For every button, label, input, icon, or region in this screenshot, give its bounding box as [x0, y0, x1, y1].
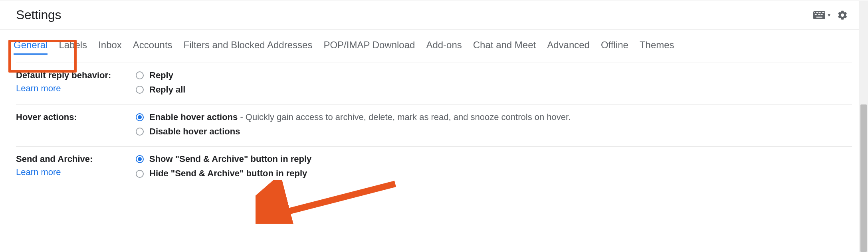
settings-content: Default reply behavior: Learn more Reply… — [0, 63, 868, 189]
option-hide-send-archive[interactable]: Hide "Send & Archive" button in reply — [136, 167, 852, 180]
radio-button[interactable] — [136, 71, 144, 79]
learn-more-link[interactable]: Learn more — [16, 165, 136, 179]
page-title: Settings — [16, 8, 61, 22]
setting-label: Hover actions: — [16, 110, 136, 124]
tab-offline[interactable]: Offline — [595, 35, 634, 58]
radio-button[interactable] — [136, 113, 144, 121]
svg-rect-4 — [819, 12, 820, 13]
tab-accounts[interactable]: Accounts — [127, 35, 178, 58]
tab-inbox[interactable]: Inbox — [93, 35, 127, 58]
radio-button[interactable] — [136, 155, 144, 163]
option-enable-hover[interactable]: Enable hover actions - Quickly gain acce… — [136, 110, 852, 124]
header-bar: Settings ▼ — [0, 0, 868, 30]
tab-chat-meet[interactable]: Chat and Meet — [468, 35, 541, 58]
option-disable-hover[interactable]: Disable hover actions — [136, 125, 852, 138]
settings-tabs: General Labels Inbox Accounts Filters an… — [8, 30, 860, 58]
svg-rect-3 — [817, 12, 818, 13]
svg-rect-10 — [818, 14, 819, 15]
setting-row-hover-actions: Hover actions: Enable hover actions - Qu… — [16, 104, 852, 146]
tab-themes[interactable]: Themes — [634, 35, 680, 58]
option-label: Reply — [149, 69, 173, 82]
learn-more-link[interactable]: Learn more — [16, 82, 136, 95]
option-reply[interactable]: Reply — [136, 69, 852, 82]
tab-filters[interactable]: Filters and Blocked Addresses — [178, 35, 318, 58]
tabs-container: General Labels Inbox Accounts Filters an… — [0, 30, 868, 58]
option-label: Show "Send & Archive" button in reply — [149, 152, 311, 166]
option-label: Enable hover actions — [149, 112, 238, 122]
option-label: Reply all — [149, 83, 185, 96]
tab-labels[interactable]: Labels — [53, 35, 93, 58]
setting-row-send-archive: Send and Archive: Learn more Show "Send … — [16, 146, 852, 188]
setting-label: Default reply behavior: — [16, 69, 136, 82]
radio-button[interactable] — [136, 128, 144, 136]
tab-advanced[interactable]: Advanced — [541, 35, 595, 58]
svg-rect-6 — [822, 12, 823, 13]
tab-pop-imap[interactable]: POP/IMAP Download — [318, 35, 420, 58]
tab-addons[interactable]: Add-ons — [420, 35, 467, 58]
setting-label: Send and Archive: — [16, 152, 136, 165]
svg-rect-14 — [816, 16, 822, 18]
svg-rect-5 — [820, 12, 822, 13]
option-reply-all[interactable]: Reply all — [136, 83, 852, 96]
svg-rect-1 — [814, 12, 816, 13]
option-show-send-archive[interactable]: Show "Send & Archive" button in reply — [136, 152, 852, 166]
radio-button[interactable] — [136, 86, 144, 94]
option-description: - Quickly gain access to archive, delete… — [238, 112, 571, 122]
chevron-down-icon: ▼ — [827, 13, 831, 18]
option-label: Disable hover actions — [149, 125, 240, 138]
input-tools-button[interactable]: ▼ — [813, 11, 831, 19]
svg-rect-11 — [819, 14, 820, 15]
setting-row-default-reply: Default reply behavior: Learn more Reply… — [16, 63, 852, 104]
svg-rect-9 — [816, 14, 818, 15]
scrollbar[interactable] — [859, 1, 868, 252]
option-label: Hide "Send & Archive" button in reply — [149, 167, 307, 180]
svg-rect-2 — [816, 12, 817, 13]
scrollbar-thumb[interactable] — [860, 104, 867, 252]
svg-rect-8 — [815, 14, 816, 15]
header-tools: ▼ — [813, 10, 848, 21]
gear-icon[interactable] — [837, 10, 848, 21]
svg-rect-12 — [821, 14, 822, 15]
keyboard-icon — [813, 11, 825, 19]
tab-general[interactable]: General — [8, 35, 53, 58]
svg-rect-13 — [822, 14, 824, 15]
svg-line-16 — [271, 184, 395, 216]
svg-rect-7 — [823, 12, 824, 13]
radio-button[interactable] — [136, 170, 144, 178]
